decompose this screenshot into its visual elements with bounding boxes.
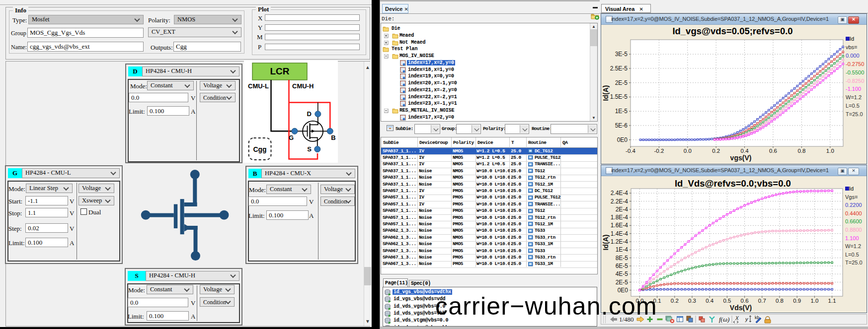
svg-text:-0.2: -0.2	[654, 148, 664, 154]
svg-text:2E-5: 2E-5	[615, 79, 628, 86]
svg-text:W=1.2: W=1.2	[846, 94, 862, 100]
svg-text:vgs(V): vgs(V)	[730, 154, 752, 162]
svg-text:Vds(V): Vds(V)	[730, 304, 752, 312]
svg-text:W=1.2: W=1.2	[845, 243, 861, 249]
svg-text:2E-5: 2E-5	[616, 279, 629, 286]
svg-text:1.0: 1.0	[810, 298, 818, 304]
svg-text:Id: Id	[849, 186, 854, 192]
svg-text:1.2E-4: 1.2E-4	[611, 238, 629, 245]
svg-text:1.100: 1.100	[845, 235, 859, 241]
svg-text:0.5: 0.5	[723, 298, 731, 304]
svg-text:-0.8250: -0.8250	[846, 78, 864, 84]
svg-text:CMU-H: CMU-H	[292, 82, 314, 90]
svg-text:-0.4: -0.4	[626, 148, 635, 154]
svg-text:6E-5: 6E-5	[616, 263, 629, 269]
svg-text:0.2200: 0.2200	[845, 202, 862, 208]
svg-text:0.3: 0.3	[688, 298, 696, 304]
svg-text:Id(A): Id(A)	[602, 235, 610, 251]
svg-text:3E-5: 3E-5	[615, 51, 628, 58]
svg-text:2E-4: 2E-4	[616, 206, 629, 213]
svg-text:T=25.0: T=25.0	[846, 111, 863, 117]
svg-text:S: S	[307, 145, 312, 153]
svg-text:2.5E-5: 2.5E-5	[610, 65, 628, 72]
svg-text:CMU-L: CMU-L	[248, 82, 269, 90]
svg-text:0.6600: 0.6600	[845, 218, 862, 224]
svg-text:1.6E-4: 1.6E-4	[611, 222, 629, 229]
svg-text:D: D	[307, 110, 312, 118]
svg-text:Id: Id	[850, 36, 854, 42]
svg-text:Id(A): Id(A)	[602, 85, 610, 101]
svg-text:1.0: 1.0	[826, 148, 834, 154]
svg-text:-0.5500: -0.5500	[846, 69, 864, 75]
svg-text:2.2E-4: 2.2E-4	[611, 198, 629, 205]
svg-text:0.8800: 0.8800	[845, 227, 862, 233]
svg-text:0.2: 0.2	[712, 148, 720, 154]
svg-text:0.4400: 0.4400	[845, 210, 862, 216]
svg-text:y: y	[745, 316, 749, 322]
svg-text:0.4: 0.4	[741, 148, 749, 154]
svg-text:5E-6: 5E-6	[615, 122, 628, 129]
svg-text:0.8: 0.8	[797, 148, 805, 154]
svg-text:Id_Vds@refvs=0.0;vbs=0.0: Id_Vds@refvs=0.0;vbs=0.0	[675, 178, 791, 189]
svg-text:1.8E-4: 1.8E-4	[611, 214, 629, 221]
svg-text:0.9: 0.9	[793, 298, 801, 304]
svg-text:0.6: 0.6	[741, 298, 749, 304]
svg-text:G: G	[289, 134, 294, 141]
svg-text:0.6: 0.6	[769, 148, 777, 154]
svg-text:Vgs=: Vgs=	[845, 194, 858, 200]
svg-text:Cgg: Cgg	[253, 145, 266, 153]
svg-text:L=0.5: L=0.5	[845, 252, 859, 258]
svg-text:1E-5: 1E-5	[615, 108, 628, 115]
svg-text:1E-4: 1E-4	[616, 246, 629, 253]
svg-text:0.2: 0.2	[671, 298, 679, 304]
svg-text:X: X	[735, 316, 739, 321]
svg-text:0E0: 0E0	[617, 136, 628, 143]
svg-text:0.8: 0.8	[776, 298, 784, 304]
svg-text:1.4E-4: 1.4E-4	[611, 230, 629, 237]
svg-text:0.0: 0.0	[684, 148, 692, 154]
svg-text:-0.2750: -0.2750	[846, 61, 864, 67]
svg-text:-1.100: -1.100	[846, 86, 861, 92]
svg-text:T=25.0: T=25.0	[845, 260, 863, 265]
svg-text:4E-5: 4E-5	[616, 270, 629, 277]
svg-text:0.7: 0.7	[758, 298, 766, 304]
svg-text:f(ω): f(ω)	[719, 316, 729, 323]
svg-text:1.1: 1.1	[828, 298, 836, 304]
svg-text:LCR: LCR	[270, 66, 289, 76]
svg-text:B: B	[331, 134, 335, 141]
svg-text:2.4E-4: 2.4E-4	[611, 190, 629, 197]
svg-text:0.000: 0.000	[846, 53, 860, 59]
svg-text:0.4: 0.4	[706, 298, 714, 304]
svg-text:Id_vgs@vds=0.05;refvs=0.0: Id_vgs@vds=0.05;refvs=0.0	[672, 26, 792, 36]
svg-text:1.5E-5: 1.5E-5	[610, 93, 628, 100]
svg-text:vbs=: vbs=	[846, 44, 858, 50]
svg-text:L=0.5: L=0.5	[846, 103, 860, 109]
svg-text:8E-5: 8E-5	[616, 255, 629, 262]
